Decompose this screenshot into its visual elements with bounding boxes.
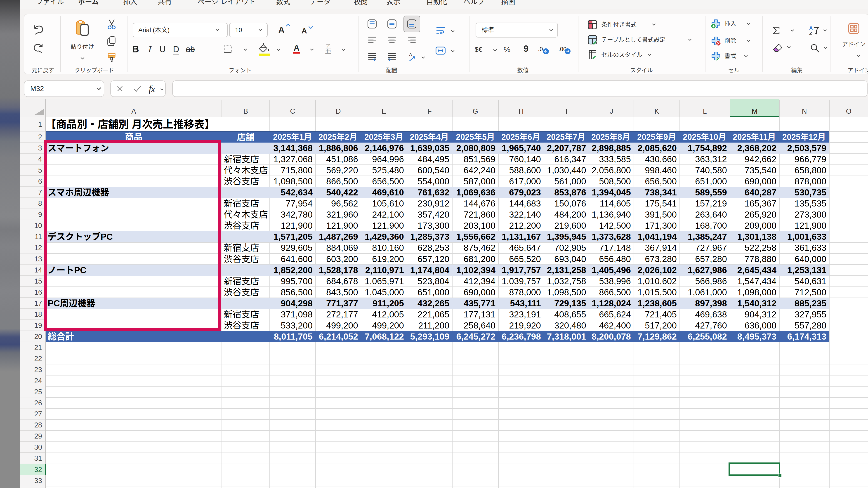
svg-text:A: A (293, 43, 300, 53)
svg-text:亜: 亜 (325, 48, 331, 55)
svg-text:ア: ア (326, 43, 331, 48)
svg-text:A: A (409, 52, 412, 57)
svg-text:A: A (809, 25, 813, 31)
svg-text:Z: Z (809, 31, 812, 36)
